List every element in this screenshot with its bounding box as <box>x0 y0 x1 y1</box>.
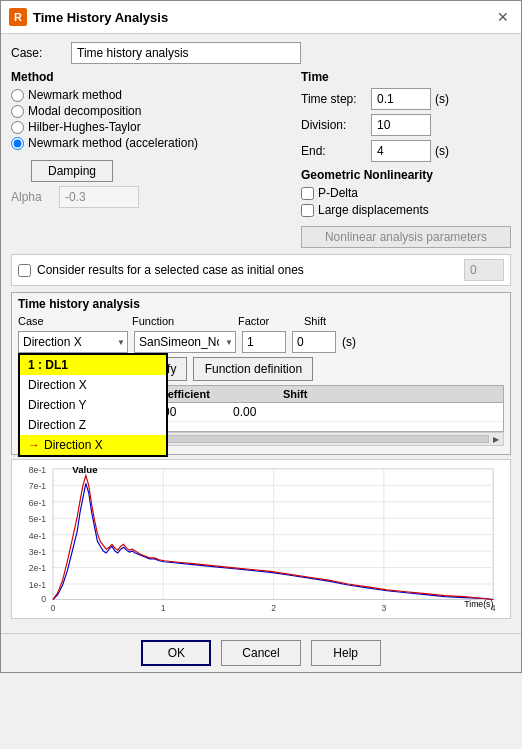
th-section-title: Time history analysis <box>18 297 504 311</box>
division-row: Division: <box>301 114 511 136</box>
right-panel: Time Time step: (s) Division: End: (s) G… <box>301 70 511 248</box>
geo-nonlinearity-section: Geometric Nonlinearity P-Delta Large dis… <box>301 168 511 248</box>
close-button[interactable]: ✕ <box>493 7 513 27</box>
svg-text:7e-1: 7e-1 <box>29 481 47 491</box>
damping-button[interactable]: Damping <box>31 160 113 182</box>
case-dropdown[interactable]: Direction X <box>18 331 128 353</box>
function-dropdown[interactable]: SanSimeon_Nor <box>134 331 236 353</box>
dropdown-item-dirx-active-label: Direction X <box>44 438 103 452</box>
radio-hilber-input[interactable] <box>11 121 24 134</box>
help-button[interactable]: Help <box>311 640 381 666</box>
title-bar-left: R Time History Analysis <box>9 8 168 26</box>
shift-input[interactable] <box>292 331 336 353</box>
svg-text:5e-1: 5e-1 <box>29 514 47 524</box>
th-controls-row: Direction X 1 : DL1 Direction X Directio… <box>18 331 504 353</box>
alpha-input[interactable] <box>59 186 139 208</box>
alpha-row: Alpha <box>11 186 291 208</box>
svg-text:Time(s): Time(s) <box>464 599 493 609</box>
case-dropdown-wrapper: Direction X <box>18 331 128 353</box>
dropdown-item-dirz[interactable]: Direction Z <box>20 415 166 435</box>
function-col-label: Function <box>132 315 232 327</box>
radio-modal-input[interactable] <box>11 105 24 118</box>
geo-nonlinearity-label: Geometric Nonlinearity <box>301 168 511 182</box>
radio-newmark-label: Newmark method <box>28 88 122 102</box>
radio-newmark-acc-input[interactable] <box>11 137 24 150</box>
shift-unit: (s) <box>342 335 356 349</box>
case-col-label: Case <box>18 315 126 327</box>
svg-text:3e-1: 3e-1 <box>29 547 47 557</box>
p-delta-row: P-Delta <box>301 186 511 200</box>
radio-modal-label: Modal decomposition <box>28 104 141 118</box>
dropdown-item-dl1[interactable]: 1 : DL1 <box>20 355 166 375</box>
function-def-button[interactable]: Function definition <box>193 357 313 381</box>
top-section: Method Newmark method Modal decompositio… <box>11 70 511 248</box>
radio-hilber-label: Hilber-Hughes-Taylor <box>28 120 141 134</box>
arrow-icon: → <box>28 438 40 452</box>
radio-newmark-acc-label: Newmark method (acceleration) <box>28 136 198 150</box>
radio-newmark-acc: Newmark method (acceleration) <box>11 136 291 150</box>
time-label: Time <box>301 70 511 84</box>
main-window: R Time History Analysis ✕ Case: Method N… <box>0 0 522 673</box>
case-label: Case: <box>11 46 71 60</box>
svg-text:6e-1: 6e-1 <box>29 498 47 508</box>
svg-text:8e-1: 8e-1 <box>29 465 47 475</box>
app-icon: R <box>9 8 27 26</box>
radio-modal: Modal decomposition <box>11 104 291 118</box>
division-label: Division: <box>301 118 371 132</box>
large-disp-label: Large displacements <box>318 203 429 217</box>
p-delta-checkbox[interactable] <box>301 187 314 200</box>
factor-col-label: Factor <box>238 315 298 327</box>
large-disp-checkbox[interactable] <box>301 204 314 217</box>
radio-newmark-input[interactable] <box>11 89 24 102</box>
dropdown-item-diry[interactable]: Direction Y <box>20 395 166 415</box>
dropdown-item-dirx-active[interactable]: → Direction X <box>20 435 166 455</box>
method-radio-group: Newmark method Modal decomposition Hilbe… <box>11 88 291 150</box>
alpha-label: Alpha <box>11 190 51 204</box>
dropdown-item-dirx[interactable]: Direction X <box>20 375 166 395</box>
case-dropdown-overlay: 1 : DL1 Direction X Direction Y Directio… <box>18 353 168 457</box>
cancel-button[interactable]: Cancel <box>221 640 300 666</box>
function-dropdown-wrapper: SanSimeon_Nor <box>134 331 236 353</box>
title-bar: R Time History Analysis ✕ <box>1 1 521 34</box>
case-dropdown-container: Direction X 1 : DL1 Direction X Directio… <box>18 331 128 353</box>
end-input[interactable] <box>371 140 431 162</box>
th-header-row: Case Function Factor Shift <box>18 315 504 327</box>
large-disp-row: Large displacements <box>301 203 511 217</box>
factor-input[interactable] <box>242 331 286 353</box>
table-header-shift: Shift <box>283 388 363 400</box>
case-input[interactable] <box>71 42 301 64</box>
time-step-label: Time step: <box>301 92 371 106</box>
svg-text:0: 0 <box>51 603 56 613</box>
time-history-section: Time history analysis Case Function Fact… <box>11 292 511 455</box>
radio-hilber: Hilber-Hughes-Taylor <box>11 120 291 134</box>
svg-text:2e-1: 2e-1 <box>29 563 47 573</box>
time-step-input[interactable] <box>371 88 431 110</box>
radio-newmark: Newmark method <box>11 88 291 102</box>
method-label: Method <box>11 70 291 84</box>
table-cell-shift: 0.00 <box>233 405 293 419</box>
consider-checkbox[interactable] <box>18 264 31 277</box>
nonlinear-params-button[interactable]: Nonlinear analysis parameters <box>301 226 511 248</box>
chart-area: 8e-1 7e-1 6e-1 5e-1 4e-1 3e-1 2e-1 1e-1 … <box>11 459 511 619</box>
division-input[interactable] <box>371 114 431 136</box>
end-label: End: <box>301 144 371 158</box>
scroll-right-arrow[interactable]: ▶ <box>489 435 503 444</box>
main-content: Case: Method Newmark method Modal decomp… <box>1 34 521 633</box>
svg-text:4e-1: 4e-1 <box>29 531 47 541</box>
svg-text:Value: Value <box>72 464 98 475</box>
svg-text:1: 1 <box>161 603 166 613</box>
svg-text:3: 3 <box>381 603 386 613</box>
consider-input[interactable] <box>464 259 504 281</box>
svg-text:2: 2 <box>271 603 276 613</box>
table-header-coefficient: Coefficient <box>153 388 283 400</box>
time-step-unit: (s) <box>435 92 449 106</box>
window-title: Time History Analysis <box>33 10 168 25</box>
left-panel: Method Newmark method Modal decompositio… <box>11 70 291 248</box>
ok-button[interactable]: OK <box>141 640 211 666</box>
chart-svg: 8e-1 7e-1 6e-1 5e-1 4e-1 3e-1 2e-1 1e-1 … <box>16 464 506 614</box>
svg-text:1e-1: 1e-1 <box>29 580 47 590</box>
end-unit: (s) <box>435 144 449 158</box>
consider-label: Consider results for a selected case as … <box>37 263 304 277</box>
time-step-row: Time step: (s) <box>301 88 511 110</box>
p-delta-label: P-Delta <box>318 186 358 200</box>
